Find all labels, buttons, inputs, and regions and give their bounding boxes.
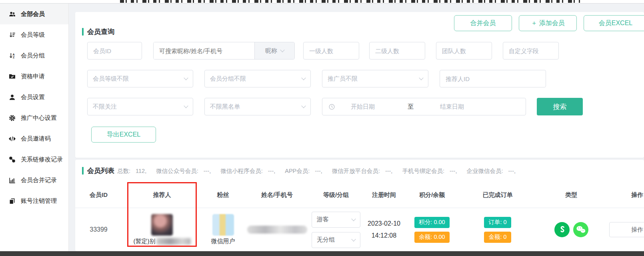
reg-date: 2023-02-10 (368, 219, 400, 229)
cell-fans: 微信用户 (202, 214, 244, 245)
section-accent-bar (82, 28, 84, 36)
chevron-down-icon (280, 48, 284, 52)
chevron-down-icon (184, 103, 188, 108)
member-list-panel: 会员列表 总数:112, 微信公众号会员:---, 微信小程序会员:---, A… (75, 160, 644, 251)
date-range-picker[interactable]: 开始日期 至 结束日期 (322, 98, 526, 115)
group-select-value: 无分组 (317, 236, 335, 244)
referrer-id-input[interactable] (440, 70, 546, 87)
sidebar-item-merge-records[interactable]: 会员合并记录 (0, 170, 68, 191)
column-header-type: 类型 (537, 191, 605, 199)
fans-name: 微信用户 (211, 238, 235, 245)
sidebar-item-all-members[interactable]: 全部会员 (0, 4, 68, 24)
blacklist-filter-select[interactable]: 不限黑名单 (204, 98, 311, 115)
cell-name-phone (244, 226, 310, 234)
level-select[interactable]: 游客 (312, 212, 360, 228)
stat-wechat-open: 微信开放平台会员:---, (332, 167, 393, 175)
team-count-input[interactable] (436, 42, 492, 60)
level2-count-input[interactable] (369, 42, 425, 60)
member-id-value: 33399 (90, 226, 108, 233)
chevron-down-icon (351, 216, 356, 221)
column-header-level-group: 等级/分组 (310, 191, 362, 199)
bottom-scrollbar[interactable] (0, 251, 644, 256)
chevron-down-icon (184, 75, 188, 80)
list-section-header: 会员列表 (82, 166, 114, 175)
chevron-down-icon (301, 103, 306, 108)
stat-wechat-official: 微信公众号会员:---, (156, 167, 211, 175)
wechat-miniprogram-icon (554, 222, 570, 237)
top-clipped-strip (0, 0, 644, 4)
referrer-name-prefix: (暂定)别 (134, 238, 156, 245)
sidebar-item-label: 会员等级 (21, 31, 45, 39)
sidebar-item-member-settings[interactable]: 会员设置 (0, 87, 68, 107)
keyword-type-select[interactable]: 昵称 (254, 42, 294, 59)
keyword-input[interactable] (154, 42, 254, 59)
user-icon (8, 93, 16, 101)
promoter-select-value: 推广员不限 (328, 75, 358, 83)
copy-icon (8, 197, 16, 205)
cell-completed-orders: 订单: 0 金额: 0 (458, 216, 537, 244)
member-excel-button[interactable]: 会员EXCEL (584, 15, 644, 31)
reg-time: 14:12:08 (372, 231, 396, 241)
add-member-button[interactable]: ＋ 添加会员 (519, 15, 577, 31)
follow-filter-select[interactable]: 不限关注 (87, 98, 193, 115)
sidebar-item-member-groups[interactable]: AZ 会员分组 (0, 45, 68, 66)
level1-count-input[interactable] (303, 42, 359, 60)
sidebar-item-promotion-settings[interactable]: 推广中心设置 (0, 107, 68, 128)
sidebar-item-member-levels[interactable]: 会员等级 (0, 24, 68, 45)
column-header-name-phone: 姓名/手机号 (244, 191, 310, 199)
column-header-member-id: 会员ID (75, 191, 122, 199)
column-header-reg-time: 注册时间 (362, 191, 406, 199)
referrer-name: (暂定)别 (134, 238, 191, 245)
member-group-select[interactable]: 会员分组不限 (204, 70, 311, 87)
wechat-icon (573, 222, 588, 237)
clipped-header-text (120, 0, 580, 3)
folder-check-icon (8, 72, 16, 80)
cell-reg-time: 2023-02-10 14:12:08 (362, 219, 406, 241)
chart-icon (8, 176, 16, 184)
amount-badge: 金额: 0 (484, 232, 511, 243)
sidebar-item-account-cancellation[interactable]: 账号注销管理 (0, 191, 68, 211)
member-query-panel: 会员查询 合并会员 ＋ 添加会员 会员EXCEL 昵称 会员等级不限 会员分组不… (75, 12, 644, 158)
column-header-completed-orders: 已完成订单 (458, 191, 537, 199)
stat-app: APP会员:---, (285, 167, 322, 175)
stat-total: 总数:112, (117, 167, 146, 175)
member-level-select[interactable]: 会员等级不限 (87, 70, 193, 87)
column-header-points-balance: 积分/余额 (406, 191, 458, 199)
member-stats-line: 总数:112, 微信公众号会员:---, 微信小程序会员:---, APP会员:… (117, 167, 525, 175)
clock-icon (328, 103, 336, 111)
sidebar-item-label: 关系链修改记录 (21, 156, 63, 163)
keyword-type-value: 昵称 (265, 47, 277, 55)
code-icon (8, 135, 16, 143)
sidebar-item-label: 资格申请 (21, 73, 45, 80)
promoter-select[interactable]: 推广员不限 (322, 70, 428, 87)
cell-referrer: (暂定)别 (122, 214, 202, 245)
search-button[interactable]: 搜索 (537, 98, 583, 115)
sidebar-item-invite-code[interactable]: 会员邀请码 (0, 128, 68, 149)
date-start-placeholder: 开始日期 (351, 103, 375, 111)
link-icon (8, 155, 16, 163)
sort-alpha-icon: AZ (8, 52, 16, 60)
date-range-to-label: 至 (408, 103, 414, 111)
member-id-input[interactable] (87, 42, 142, 60)
merge-members-button[interactable]: 合并会员 (454, 15, 512, 31)
stat-enterprise-wechat: 企业微信会员:---, (466, 167, 516, 175)
group-select[interactable]: 无分组 (312, 232, 360, 248)
sidebar-item-relation-log[interactable]: 关系链修改记录 (0, 149, 68, 170)
referrer-name-censored (156, 238, 191, 245)
cell-type (537, 222, 605, 237)
sidebar: 全部会员 会员等级 AZ 会员分组 资格申请 会员设置 推广中心设置 会员邀请码… (0, 4, 69, 251)
export-excel-button[interactable]: 导出EXCEL (91, 127, 156, 143)
points-badge: 积分: 0.00 (414, 217, 449, 228)
cell-level-group: 游客 无分组 (310, 210, 362, 249)
sidebar-item-qualification[interactable]: 资格申请 (0, 66, 68, 87)
sidebar-item-label: 账号注销管理 (21, 197, 57, 205)
query-section-header: 会员查询 (82, 27, 114, 36)
custom-field-input[interactable] (503, 42, 559, 60)
row-action-button[interactable]: 操作 (609, 222, 644, 237)
section-accent-bar (82, 167, 84, 175)
cell-member-id: 33399 (75, 226, 122, 233)
list-panel-title: 会员列表 (87, 166, 114, 175)
column-header-fans: 粉丝 (202, 191, 244, 199)
name-censored (247, 226, 307, 234)
member-group-select-value: 会员分组不限 (210, 75, 246, 83)
